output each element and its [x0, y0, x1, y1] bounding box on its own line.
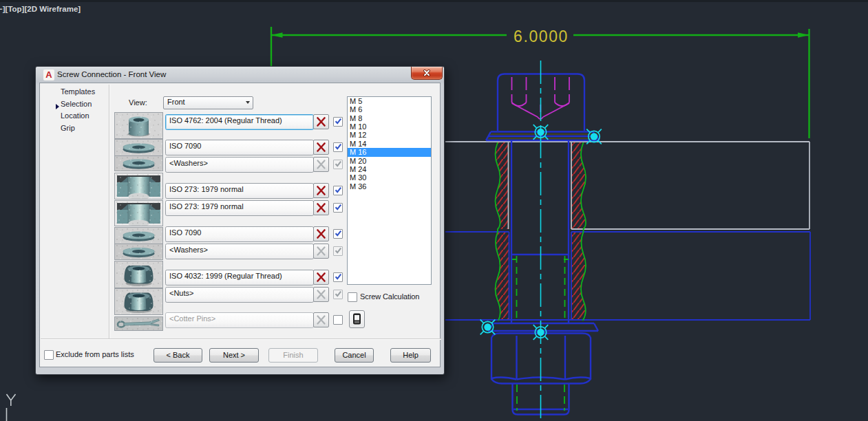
svg-text:6.0000: 6.0000 — [514, 28, 569, 45]
